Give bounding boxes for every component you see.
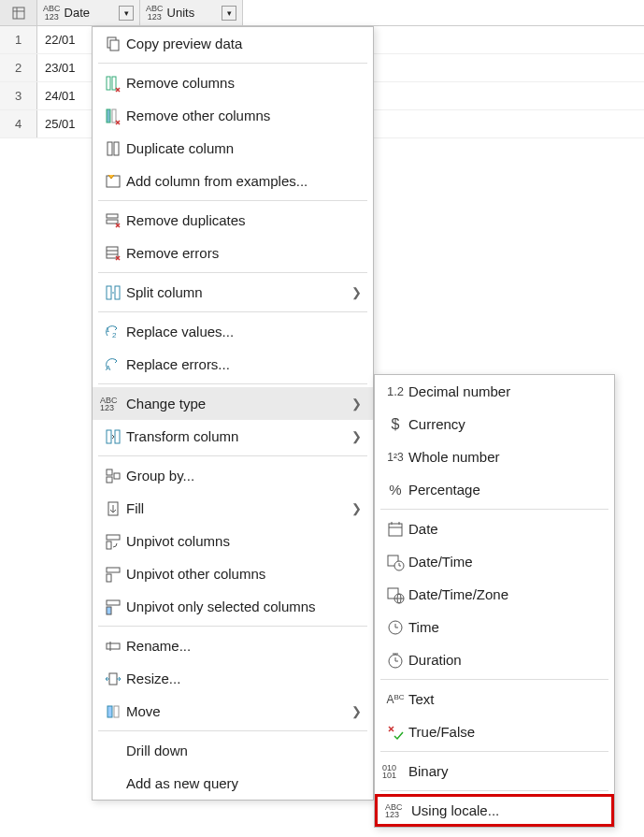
separator bbox=[98, 626, 367, 627]
svg-rect-28 bbox=[107, 568, 120, 572]
svg-rect-0 bbox=[13, 7, 24, 19]
table-header-row: ABC123 Date ▾ ABC123 Units ▾ bbox=[0, 0, 644, 26]
submenu-truefalse[interactable]: True/False bbox=[375, 715, 614, 748]
separator bbox=[98, 200, 367, 201]
change-type-submenu: 1.2 Decimal number $ Currency 1²3 Whole … bbox=[374, 374, 615, 828]
separator bbox=[380, 751, 608, 752]
separator bbox=[98, 730, 367, 731]
menu-add-column-from-examples[interactable]: Add column from examples... bbox=[93, 165, 373, 197]
remove-columns-icon bbox=[100, 74, 126, 93]
row-number: 1 bbox=[0, 26, 37, 53]
menu-resize[interactable]: Resize... bbox=[93, 662, 373, 695]
svg-text:2: 2 bbox=[112, 331, 117, 339]
submenu-whole-number[interactable]: 1²3 Whole number bbox=[375, 440, 614, 473]
replace-values-icon: 12 bbox=[100, 323, 126, 341]
transform-column-icon bbox=[100, 427, 126, 446]
svg-rect-26 bbox=[107, 535, 120, 540]
submenu-duration[interactable]: Duration bbox=[375, 643, 614, 676]
whole-number-icon: 1²3 bbox=[382, 451, 408, 464]
submenu-date[interactable]: Date bbox=[375, 512, 614, 545]
menu-remove-other-columns[interactable]: Remove other columns bbox=[93, 99, 373, 132]
duration-icon bbox=[382, 651, 408, 670]
datetime-icon bbox=[382, 553, 408, 571]
add-column-examples-icon bbox=[100, 172, 126, 191]
column-name: Units bbox=[167, 6, 195, 20]
split-column-icon bbox=[100, 283, 126, 302]
menu-remove-duplicates[interactable]: Remove duplicates bbox=[93, 204, 373, 237]
svg-rect-8 bbox=[112, 109, 116, 123]
menu-group-by[interactable]: Group by... bbox=[93, 459, 373, 492]
svg-rect-31 bbox=[107, 607, 111, 614]
menu-remove-errors[interactable]: Remove errors bbox=[93, 237, 373, 269]
currency-icon: $ bbox=[382, 416, 408, 433]
replace-errors-icon: A bbox=[100, 355, 126, 374]
svg-rect-22 bbox=[107, 469, 112, 475]
menu-rename[interactable]: Rename... bbox=[93, 629, 373, 662]
submenu-decimal-number[interactable]: 1.2 Decimal number bbox=[375, 375, 614, 408]
unpivot-icon bbox=[100, 532, 126, 551]
percentage-icon: % bbox=[382, 482, 408, 498]
submenu-binary[interactable]: 010101 Binary bbox=[375, 755, 614, 787]
svg-rect-34 bbox=[109, 673, 117, 685]
svg-rect-9 bbox=[107, 142, 112, 155]
menu-copy-preview-data[interactable]: Copy preview data bbox=[93, 27, 373, 60]
column-header-date[interactable]: ABC123 Date ▾ bbox=[37, 0, 140, 25]
context-menu: Copy preview data Remove columns Remove … bbox=[92, 26, 374, 801]
menu-replace-errors[interactable]: A Replace errors... bbox=[93, 348, 373, 381]
submenu-using-locale[interactable]: ABC123 Using locale... bbox=[375, 794, 614, 827]
menu-split-column[interactable]: Split column ❯ bbox=[93, 276, 373, 309]
move-icon bbox=[100, 702, 126, 721]
svg-rect-23 bbox=[107, 477, 112, 483]
decimal-icon: 1.2 bbox=[382, 384, 408, 398]
menu-change-type[interactable]: ABC123 Change type ❯ bbox=[93, 387, 373, 420]
datetimezone-icon bbox=[382, 585, 408, 604]
submenu-time[interactable]: Time bbox=[375, 611, 614, 643]
remove-other-columns-icon bbox=[100, 107, 126, 125]
submenu-percentage[interactable]: % Percentage bbox=[375, 473, 614, 506]
menu-move[interactable]: Move ❯ bbox=[93, 695, 373, 728]
menu-drill-down[interactable]: Drill down bbox=[93, 734, 373, 767]
unpivot-other-icon bbox=[100, 565, 126, 584]
svg-rect-35 bbox=[107, 706, 112, 717]
svg-rect-27 bbox=[107, 541, 111, 549]
menu-replace-values[interactable]: 12 Replace values... bbox=[93, 315, 373, 348]
separator bbox=[380, 679, 608, 680]
separator bbox=[98, 272, 367, 273]
separator bbox=[98, 383, 367, 384]
svg-rect-4 bbox=[110, 40, 119, 51]
remove-duplicates-icon bbox=[100, 211, 126, 230]
svg-rect-30 bbox=[107, 600, 120, 605]
submenu-datetimezone[interactable]: Date/Time/Zone bbox=[375, 578, 614, 611]
column-header-units[interactable]: ABC123 Units ▾ bbox=[140, 0, 243, 25]
menu-duplicate-column[interactable]: Duplicate column bbox=[93, 132, 373, 165]
change-type-icon: ABC123 bbox=[100, 397, 126, 411]
row-number: 2 bbox=[0, 54, 37, 81]
menu-transform-column[interactable]: Transform column ❯ bbox=[93, 420, 373, 453]
svg-rect-29 bbox=[107, 574, 111, 582]
svg-rect-21 bbox=[115, 430, 120, 443]
type-icon: ABC123 bbox=[146, 5, 164, 22]
menu-unpivot-columns[interactable]: Unpivot columns bbox=[93, 525, 373, 557]
filter-dropdown-icon[interactable]: ▾ bbox=[119, 6, 134, 21]
submenu-text[interactable]: ABC Text bbox=[375, 683, 614, 715]
menu-add-as-new-query[interactable]: Add as new query bbox=[93, 767, 373, 800]
separator bbox=[98, 455, 367, 456]
svg-rect-16 bbox=[115, 286, 120, 299]
separator bbox=[380, 790, 608, 791]
separator bbox=[98, 63, 367, 64]
separator bbox=[98, 311, 367, 312]
time-icon bbox=[382, 618, 408, 637]
svg-rect-24 bbox=[114, 473, 120, 479]
date-icon bbox=[382, 520, 408, 539]
filter-dropdown-icon[interactable]: ▾ bbox=[222, 6, 236, 21]
menu-remove-columns[interactable]: Remove columns bbox=[93, 66, 373, 99]
rename-icon bbox=[100, 637, 126, 656]
submenu-currency[interactable]: $ Currency bbox=[375, 408, 614, 440]
menu-unpivot-other-columns[interactable]: Unpivot other columns bbox=[93, 557, 373, 590]
menu-unpivot-selected[interactable]: Unpivot only selected columns bbox=[93, 590, 373, 623]
row-number: 4 bbox=[0, 110, 37, 137]
submenu-datetime[interactable]: Date/Time bbox=[375, 545, 614, 578]
table-corner[interactable] bbox=[0, 0, 37, 25]
menu-fill[interactable]: Fill ❯ bbox=[93, 492, 373, 525]
svg-rect-15 bbox=[107, 286, 111, 299]
